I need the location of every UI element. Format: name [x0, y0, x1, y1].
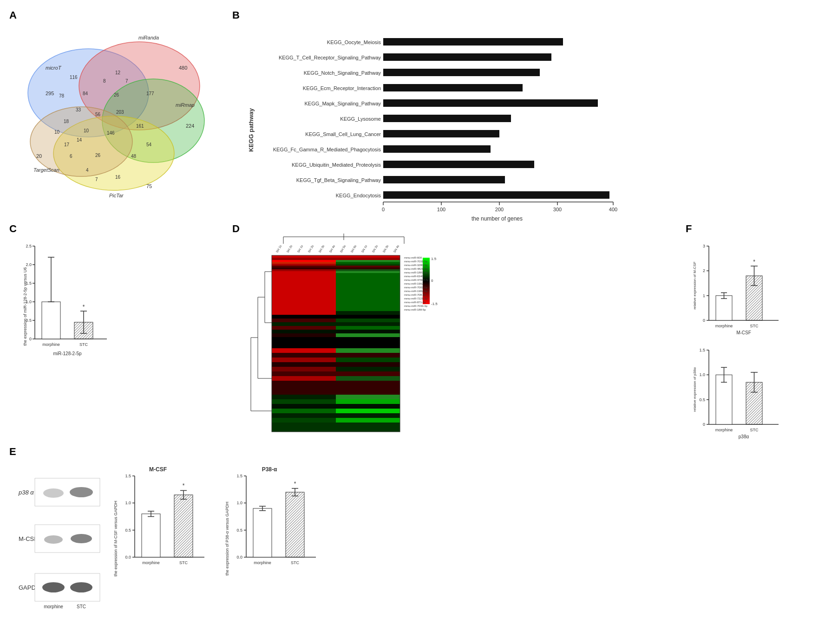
venn-n17: 17: [64, 142, 70, 147]
svg-rect-10: [383, 69, 540, 76]
svg-rect-138: [272, 423, 400, 432]
svg-text:the expression of miR-128-2-5p: the expression of miR-128-2-5p versus U6: [23, 267, 27, 345]
svg-rect-129: [336, 395, 400, 399]
svg-text:relative expression of M-CSF: relative expression of M-CSF: [693, 261, 697, 309]
svg-rect-120: [272, 362, 400, 367]
svg-text:0: 0: [703, 422, 705, 427]
svg-rect-95: [272, 266, 400, 267]
svg-text:SH 1s: SH 1s: [296, 244, 303, 253]
panel-f: F 0 1 2 3 relative expression of M-CSF: [686, 223, 816, 446]
svg-text:SH 6s: SH 6s: [350, 244, 357, 253]
svg-text:morphine: morphine: [254, 560, 271, 565]
svg-text:mmu-miR-708-5p: mmu-miR-708-5p: [404, 293, 426, 296]
svg-text:0.5: 0.5: [236, 528, 242, 533]
svg-point-217: [70, 487, 93, 497]
svg-text:SN 2s: SN 2s: [371, 244, 378, 253]
svg-rect-6: [383, 38, 563, 46]
svg-text:100: 100: [437, 207, 445, 212]
venn-n116: 116: [70, 75, 78, 80]
svg-rect-14: [383, 99, 598, 107]
svg-rect-121: [272, 367, 336, 371]
panel-f-p38-chart: 0 0.5 1.0 1.5 relative expression of p38…: [690, 345, 783, 443]
svg-text:morphine: morphine: [715, 428, 733, 432]
svg-rect-123: [272, 371, 400, 376]
svg-point-220: [71, 534, 92, 543]
svg-rect-102: [272, 311, 336, 315]
venn-n203: 203: [116, 110, 124, 115]
svg-point-216: [43, 488, 64, 498]
svg-rect-119: [336, 358, 400, 362]
svg-rect-113: [272, 337, 400, 348]
venn-n6: 6: [70, 154, 72, 159]
svg-text:-1.5: -1.5: [431, 302, 438, 306]
svg-rect-94: [336, 264, 400, 266]
svg-text:0.5: 0.5: [699, 397, 705, 402]
venn-n48: 48: [131, 154, 137, 159]
panel-e: E p38 α M-CSF: [9, 446, 686, 644]
svg-text:SN 1s: SN 1s: [360, 244, 367, 253]
svg-text:SH 3s: SH 3s: [318, 244, 325, 253]
svg-text:KEGG_Ecm_Receptor_Interaction: KEGG_Ecm_Receptor_Interaction: [303, 85, 381, 91]
svg-text:2.5: 2.5: [26, 244, 32, 248]
svg-rect-122: [336, 367, 400, 371]
svg-text:0: 0: [431, 279, 433, 283]
venn-n16: 16: [115, 175, 121, 180]
svg-text:KEGG_Notch_Signaling_Pathway: KEGG_Notch_Signaling_Pathway: [304, 70, 381, 76]
svg-text:200: 200: [495, 207, 504, 212]
panel-c: C the expression of miR-128-2-5p versus …: [9, 223, 232, 446]
heatmap-svg: SH 1s SH 2s SH 1s SH 2s SH 3s SH 4s SH 5…: [237, 230, 469, 453]
svg-rect-104: [272, 315, 400, 319]
svg-text:STC: STC: [77, 604, 86, 609]
svg-rect-22: [383, 161, 534, 168]
venn-n54: 54: [146, 142, 152, 147]
venn-n161: 161: [136, 124, 144, 129]
svg-text:1.5: 1.5: [26, 281, 32, 286]
svg-text:STC: STC: [179, 560, 188, 565]
svg-rect-130: [272, 399, 336, 404]
venn-n78: 78: [59, 93, 65, 98]
panel-b-label: B: [232, 9, 240, 21]
panel-e-subcharts: M-CSF the expression of M-CSF versus GAP…: [111, 464, 681, 644]
svg-text:mmu-miR-47698-5p: mmu-miR-47698-5p: [404, 279, 429, 281]
svg-text:mmu-miR-1887-5p: mmu-miR-1887-5p: [404, 271, 428, 274]
svg-text:*: *: [83, 304, 85, 310]
svg-text:P38-α: P38-α: [262, 466, 277, 473]
svg-rect-108: [272, 326, 336, 330]
svg-text:*: *: [294, 481, 296, 487]
svg-rect-110: [272, 330, 400, 333]
svg-text:mmu-miR-7221-3p: mmu-miR-7221-3p: [404, 297, 428, 300]
svg-rect-88: [272, 258, 400, 260]
panel-e-label: E: [9, 446, 16, 458]
western-blot-svg: p38 α M-CSF GAPDH: [14, 464, 107, 641]
svg-text:SH 2s: SH 2s: [286, 244, 293, 253]
svg-rect-16: [383, 115, 511, 122]
svg-text:SH 2s: SH 2s: [307, 244, 314, 253]
svg-text:mmu-miR-7002-5p: mmu-miR-7002-5p: [404, 286, 428, 289]
svg-text:morphine: morphine: [44, 604, 63, 609]
venn-n295: 295: [46, 91, 54, 96]
venn-n10b: 10: [84, 128, 89, 133]
svg-rect-107: [272, 322, 400, 326]
svg-text:STC: STC: [291, 560, 300, 565]
svg-text:morphine: morphine: [42, 342, 60, 347]
panel-e-mcsf-chart: M-CSF the expression of M-CSF versus GAP…: [111, 464, 214, 613]
venn-n56: 56: [95, 112, 101, 117]
svg-text:0.0: 0.0: [236, 555, 242, 559]
svg-text:0: 0: [29, 337, 32, 341]
panel-f-label: F: [686, 223, 692, 235]
venn-label-PicTar: PicTar: [109, 193, 124, 198]
svg-rect-238: [142, 514, 160, 557]
venn-label-microT: microT: [46, 65, 62, 71]
svg-text:KEGG_Lysosome: KEGG_Lysosome: [340, 116, 381, 122]
svg-text:the expression of P38-α versus: the expression of P38-α versus GAPDH: [225, 502, 229, 576]
svg-text:relative expression of p38α: relative expression of p38α: [693, 367, 697, 412]
venn-n146: 146: [107, 130, 115, 136]
svg-text:mmu-miR-871-5p: mmu-miR-871-5p: [404, 301, 426, 304]
svg-rect-24: [383, 176, 505, 183]
svg-rect-137: [336, 418, 400, 423]
svg-rect-124: [272, 376, 336, 381]
svg-text:*: *: [183, 482, 185, 489]
svg-text:mmu-miR-3280-3p: mmu-miR-3280-3p: [404, 264, 428, 267]
svg-text:KEGG_Oocyte_Meiosis: KEGG_Oocyte_Meiosis: [327, 39, 381, 45]
svg-rect-131: [336, 399, 400, 404]
